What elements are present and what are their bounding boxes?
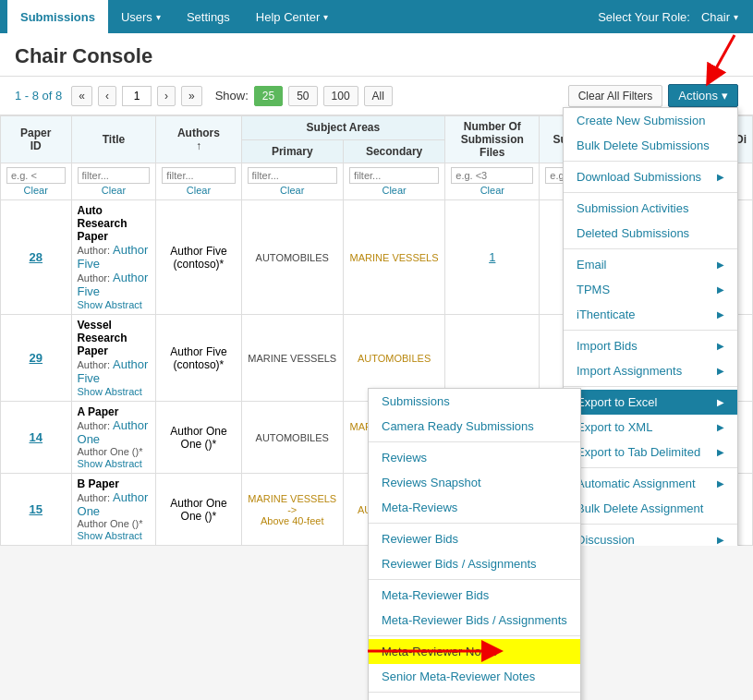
paper-author2: Author One ()*: [78, 446, 151, 457]
role-selector[interactable]: Chair ▾: [694, 0, 746, 33]
menu-discussion[interactable]: Discussion ▶: [564, 527, 737, 546]
menu-export-excel[interactable]: Export to Excel ▶: [564, 390, 737, 415]
submenu-submissions[interactable]: Submissions: [369, 389, 580, 414]
clear-authors-filter[interactable]: Clear: [162, 185, 235, 196]
menu-deleted-submissions[interactable]: Deleted Submissions: [564, 221, 737, 246]
last-page-button[interactable]: »: [181, 86, 202, 106]
page-number-input[interactable]: [122, 86, 152, 106]
paper-title: B Paper: [78, 477, 151, 490]
nav-tab-users[interactable]: Users ▾: [108, 0, 174, 33]
paper-primary: MARINE VESSELS ->Above 40-feet: [241, 474, 343, 546]
menu-separator: [564, 248, 737, 249]
nav-tab-label: Settings: [187, 10, 230, 24]
paper-title: Vessel Research Paper: [78, 319, 151, 357]
submenu-meta-reviews[interactable]: Meta-Reviews: [369, 495, 580, 520]
paper-secondary: MARINE VESSELS: [343, 200, 444, 315]
paper-id-link[interactable]: 15: [30, 502, 43, 516]
clear-title-filter[interactable]: Clear: [78, 185, 151, 196]
menu-separator: [564, 467, 737, 468]
menu-import-bids[interactable]: Import Bids ▶: [564, 333, 737, 358]
submenu-camera-ready[interactable]: Camera Ready Submissions: [369, 414, 580, 439]
menu-separator: [564, 524, 737, 525]
paper-primary: AUTOMOBILES: [241, 402, 343, 474]
chevron-right-icon: ▶: [717, 397, 724, 407]
paper-author2: Author: Author Five: [78, 271, 151, 298]
paper-title-cell: A Paper Author: Author One Author One ()…: [71, 402, 156, 474]
menu-import-assignments[interactable]: Import Assignments ▶: [564, 358, 737, 383]
show-all-button[interactable]: All: [364, 86, 393, 106]
paper-title-cell: Auto Research Paper Author: Author Five …: [71, 200, 156, 315]
menu-download-submissions[interactable]: Download Submissions ▶: [564, 164, 737, 189]
chevron-down-icon: ▾: [323, 12, 328, 22]
show-abstract-link[interactable]: Show Abstract: [78, 299, 151, 310]
next-page-button[interactable]: ›: [157, 86, 176, 106]
paper-author: Author: Author Five: [78, 243, 151, 271]
submenu-reviews-snapshot[interactable]: Reviews Snapshot: [369, 470, 580, 495]
filter-secondary: Clear: [343, 163, 444, 200]
clear-num-submission-filter[interactable]: Clear: [451, 185, 533, 196]
filter-authors: Clear: [156, 163, 241, 200]
clear-secondary-filter[interactable]: Clear: [349, 185, 439, 196]
menu-tpms[interactable]: TPMS ▶: [564, 277, 737, 302]
chevron-right-icon: ▶: [717, 535, 724, 545]
first-page-button[interactable]: «: [71, 86, 92, 106]
menu-email[interactable]: Email ▶: [564, 252, 737, 277]
author-link[interactable]: Author Five: [78, 243, 149, 271]
chevron-right-icon: ▶: [717, 259, 724, 270]
show-50-button[interactable]: 50: [288, 86, 317, 106]
filter-paper-id-input[interactable]: [6, 167, 66, 184]
menu-submission-activities[interactable]: Submission Activities: [564, 196, 737, 221]
nav-tab-submissions[interactable]: Submissions: [7, 0, 108, 33]
clear-paper-id-filter[interactable]: Clear: [6, 185, 66, 196]
prev-page-button[interactable]: ‹: [98, 86, 116, 106]
nav-tab-help[interactable]: Help Center ▾: [243, 0, 341, 33]
num-submission-link[interactable]: 1: [489, 250, 495, 264]
actions-button[interactable]: Actions ▾: [668, 84, 738, 107]
paper-id-link[interactable]: 28: [30, 250, 43, 264]
paper-id-link[interactable]: 14: [30, 430, 43, 444]
top-navigation: Submissions Users ▾ Settings Help Center…: [0, 0, 753, 33]
show-abstract-link[interactable]: Show Abstract: [78, 458, 151, 469]
chevron-right-icon: ▶: [717, 309, 724, 320]
filter-primary-input[interactable]: [248, 167, 337, 184]
filter-secondary-input[interactable]: [349, 167, 439, 184]
menu-bulk-delete-assignment[interactable]: Bulk Delete Assignment: [564, 496, 737, 521]
paper-author: Author: Author One: [78, 490, 151, 518]
author-link[interactable]: Author Five: [78, 357, 149, 385]
paper-author: Author: Author Five: [78, 357, 151, 385]
menu-create-new-submission[interactable]: Create New Submission: [564, 108, 737, 133]
filter-title-input[interactable]: [78, 167, 151, 184]
show-abstract-link[interactable]: Show Abstract: [78, 386, 151, 397]
menu-export-tab[interactable]: Export to Tab Delimited ▶: [564, 440, 737, 465]
paper-id-link[interactable]: 29: [30, 351, 43, 365]
filter-num-submission-input[interactable]: [451, 167, 533, 184]
clear-primary-filter[interactable]: Clear: [248, 185, 337, 196]
col-title: Title: [71, 116, 156, 163]
show-25-button[interactable]: 25: [254, 86, 283, 106]
submenu-reviews[interactable]: Reviews: [369, 445, 580, 470]
filter-title: Clear: [71, 163, 156, 200]
paper-author2: Author One ()*: [78, 518, 151, 529]
menu-export-xml[interactable]: Export to XML ▶: [564, 415, 737, 440]
show-100-button[interactable]: 100: [323, 86, 358, 106]
menu-bulk-delete-submissions[interactable]: Bulk Delete Submissions: [564, 133, 737, 158]
nav-tab-settings[interactable]: Settings: [174, 0, 243, 33]
show-abstract-link[interactable]: Show Abstract: [78, 530, 151, 541]
menu-ithenticate[interactable]: iThenticate ▶: [564, 302, 737, 327]
menu-automatic-assignment[interactable]: Automatic Assignment ▶: [564, 471, 737, 496]
author-link[interactable]: Author One: [78, 490, 149, 518]
author-link[interactable]: Author One: [78, 418, 149, 446]
paper-author-col: Author Five(contoso)*: [156, 200, 241, 315]
filter-authors-input[interactable]: [162, 167, 235, 184]
menu-separator: [564, 161, 737, 162]
chevron-right-icon: ▶: [717, 447, 724, 457]
submenu-reviewer-bids[interactable]: Reviewer Bids: [369, 526, 580, 546]
filter-primary: Clear: [241, 163, 343, 200]
page-title: Chair Console: [15, 44, 738, 68]
author-link[interactable]: Author Five: [78, 271, 149, 298]
nav-right: Select Your Role: Chair ▾: [598, 0, 746, 33]
chevron-down-icon: ▾: [722, 89, 728, 103]
paper-title-cell: B Paper Author: Author One Author One ()…: [71, 474, 156, 546]
clear-filters-button[interactable]: Clear All Filters: [568, 85, 663, 107]
actions-label: Actions: [678, 89, 718, 103]
